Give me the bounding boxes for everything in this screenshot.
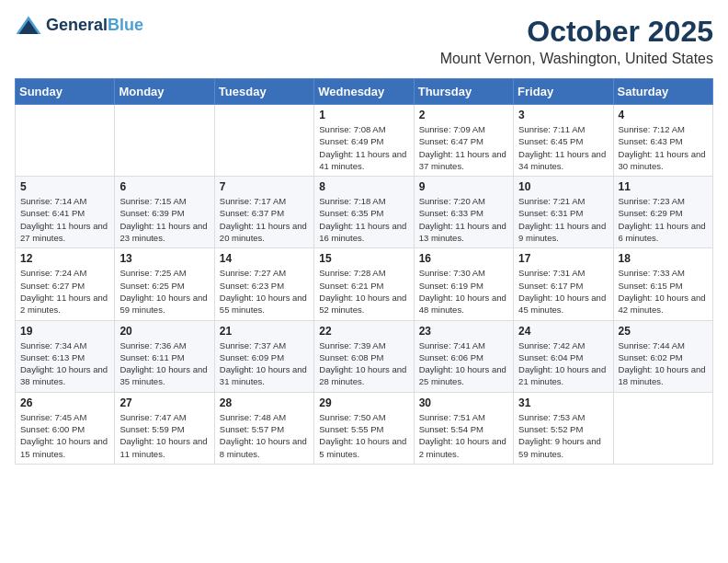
cell-content-line: Sunrise: 7:24 AM (20, 267, 109, 279)
cell-content-line: Sunset: 6:11 PM (119, 351, 209, 363)
weekday-header-wednesday: Wednesday (314, 79, 414, 105)
cell-content-line: Sunrise: 7:42 AM (518, 339, 608, 351)
cell-content-line: Daylight: 10 hours and 28 minutes. (319, 363, 408, 388)
day-number: 29 (319, 396, 408, 409)
calendar-week-4: 19Sunrise: 7:34 AMSunset: 6:13 PMDayligh… (16, 320, 713, 392)
calendar-cell: 5Sunrise: 7:14 AMSunset: 6:41 PMDaylight… (16, 177, 115, 248)
calendar-cell: 12Sunrise: 7:24 AMSunset: 6:27 PMDayligh… (16, 248, 115, 320)
calendar-cell: 17Sunrise: 7:31 AMSunset: 6:17 PMDayligh… (514, 248, 613, 320)
calendar-cell: 8Sunrise: 7:18 AMSunset: 6:35 PMDaylight… (314, 177, 414, 248)
cell-content-line: Sunrise: 7:30 AM (419, 267, 508, 279)
calendar-cell: 4Sunrise: 7:12 AMSunset: 6:43 PMDaylight… (613, 105, 712, 177)
cell-content-line: Sunset: 6:23 PM (220, 280, 309, 292)
calendar-cell: 3Sunrise: 7:11 AMSunset: 6:45 PMDaylight… (514, 105, 613, 177)
cell-content-line: Sunset: 6:49 PM (319, 135, 408, 147)
day-number: 5 (20, 180, 109, 193)
cell-content-line: Sunset: 6:19 PM (419, 280, 508, 292)
cell-content-line: Daylight: 10 hours and 52 minutes. (319, 292, 408, 316)
title-block: October 2025 Mount Vernon, Washington, U… (440, 15, 713, 67)
cell-content-line: Sunrise: 7:50 AM (319, 411, 408, 423)
calendar-week-1: 1Sunrise: 7:08 AMSunset: 6:49 PMDaylight… (16, 105, 713, 177)
cell-content-line: Sunset: 6:15 PM (619, 280, 708, 292)
cell-content-line: Sunrise: 7:14 AM (20, 195, 109, 207)
cell-content-line: Sunset: 6:06 PM (419, 351, 508, 363)
logo-text: GeneralBlue (46, 17, 143, 35)
calendar-cell: 23Sunrise: 7:41 AMSunset: 6:06 PMDayligh… (414, 320, 513, 392)
cell-content-line: Sunset: 6:08 PM (319, 351, 408, 363)
day-number: 18 (619, 252, 708, 265)
cell-content-line: Daylight: 11 hours and 16 minutes. (319, 220, 408, 245)
weekday-header-row: SundayMondayTuesdayWednesdayThursdayFrid… (16, 79, 713, 105)
calendar-cell: 19Sunrise: 7:34 AMSunset: 6:13 PMDayligh… (16, 320, 115, 392)
day-number: 10 (518, 180, 608, 193)
calendar-table: SundayMondayTuesdayWednesdayThursdayFrid… (15, 78, 713, 465)
calendar-cell: 27Sunrise: 7:47 AMSunset: 5:59 PMDayligh… (115, 392, 214, 464)
cell-content-line: Sunset: 5:52 PM (518, 423, 608, 435)
day-number: 1 (319, 109, 408, 121)
cell-content-line: Sunset: 6:41 PM (20, 207, 109, 219)
day-number: 13 (119, 252, 209, 265)
cell-content-line: Sunset: 6:00 PM (20, 423, 109, 435)
day-number: 7 (220, 180, 309, 193)
cell-content-line: Sunset: 6:27 PM (20, 280, 109, 292)
cell-content-line: Sunset: 6:17 PM (518, 280, 608, 292)
day-number: 26 (20, 396, 109, 409)
cell-content-line: Sunrise: 7:34 AM (20, 339, 109, 351)
cell-content-line: Sunset: 6:25 PM (119, 280, 209, 292)
weekday-header-sunday: Sunday (16, 79, 115, 105)
cell-content-line: Sunset: 6:02 PM (619, 351, 708, 363)
cell-content-line: Sunset: 6:37 PM (220, 207, 309, 219)
calendar-week-3: 12Sunrise: 7:24 AMSunset: 6:27 PMDayligh… (16, 248, 713, 320)
cell-content-line: Daylight: 10 hours and 21 minutes. (518, 363, 608, 388)
cell-content-line: Daylight: 11 hours and 20 minutes. (220, 220, 309, 245)
day-number: 31 (518, 396, 608, 409)
cell-content-line: Sunset: 6:13 PM (20, 351, 109, 363)
cell-content-line: Sunrise: 7:31 AM (518, 267, 608, 279)
calendar-cell (115, 105, 214, 177)
cell-content-line: Sunrise: 7:48 AM (220, 411, 309, 423)
cell-content-line: Sunrise: 7:21 AM (518, 195, 608, 207)
cell-content-line: Daylight: 11 hours and 2 minutes. (20, 292, 109, 316)
day-number: 4 (619, 109, 708, 121)
cell-content-line: Daylight: 10 hours and 48 minutes. (419, 292, 508, 316)
calendar-cell: 1Sunrise: 7:08 AMSunset: 6:49 PMDaylight… (314, 105, 414, 177)
cell-content-line: Daylight: 11 hours and 13 minutes. (419, 220, 508, 245)
cell-content-line: Daylight: 11 hours and 23 minutes. (119, 220, 209, 245)
cell-content-line: Daylight: 10 hours and 59 minutes. (119, 292, 209, 316)
calendar-cell: 26Sunrise: 7:45 AMSunset: 6:00 PMDayligh… (16, 392, 115, 464)
day-number: 3 (518, 109, 608, 121)
cell-content-line: Daylight: 11 hours and 30 minutes. (619, 148, 708, 173)
calendar-cell: 22Sunrise: 7:39 AMSunset: 6:08 PMDayligh… (314, 320, 414, 392)
cell-content-line: Daylight: 11 hours and 37 minutes. (419, 148, 508, 173)
day-number: 6 (119, 180, 209, 193)
cell-content-line: Sunrise: 7:51 AM (419, 411, 508, 423)
cell-content-line: Daylight: 10 hours and 5 minutes. (319, 435, 408, 460)
calendar-cell: 6Sunrise: 7:15 AMSunset: 6:39 PMDaylight… (115, 177, 214, 248)
day-number: 23 (419, 325, 508, 338)
day-number: 22 (319, 325, 408, 338)
cell-content-line: Sunrise: 7:28 AM (319, 267, 408, 279)
day-number: 30 (419, 396, 508, 409)
cell-content-line: Sunset: 5:57 PM (220, 423, 309, 435)
day-number: 21 (220, 325, 309, 338)
cell-content-line: Daylight: 11 hours and 34 minutes. (518, 148, 608, 173)
calendar-cell: 9Sunrise: 7:20 AMSunset: 6:33 PMDaylight… (414, 177, 513, 248)
cell-content-line: Daylight: 10 hours and 2 minutes. (419, 435, 508, 460)
cell-content-line: Sunrise: 7:27 AM (220, 267, 309, 279)
calendar-week-5: 26Sunrise: 7:45 AMSunset: 6:00 PMDayligh… (16, 392, 713, 464)
cell-content-line: Sunrise: 7:12 AM (619, 123, 708, 135)
cell-content-line: Sunset: 6:33 PM (419, 207, 508, 219)
day-number: 9 (419, 180, 508, 193)
cell-content-line: Daylight: 10 hours and 35 minutes. (119, 363, 209, 388)
calendar-cell: 2Sunrise: 7:09 AMSunset: 6:47 PMDaylight… (414, 105, 513, 177)
cell-content-line: Sunrise: 7:37 AM (220, 339, 309, 351)
cell-content-line: Sunrise: 7:41 AM (419, 339, 508, 351)
cell-content-line: Daylight: 10 hours and 18 minutes. (619, 363, 708, 388)
cell-content-line: Sunset: 5:54 PM (419, 423, 508, 435)
logo-icon (15, 15, 42, 37)
day-number: 20 (119, 325, 209, 338)
weekday-header-monday: Monday (115, 79, 214, 105)
cell-content-line: Sunrise: 7:23 AM (619, 195, 708, 207)
cell-content-line: Daylight: 10 hours and 15 minutes. (20, 435, 109, 460)
day-number: 25 (619, 325, 708, 338)
